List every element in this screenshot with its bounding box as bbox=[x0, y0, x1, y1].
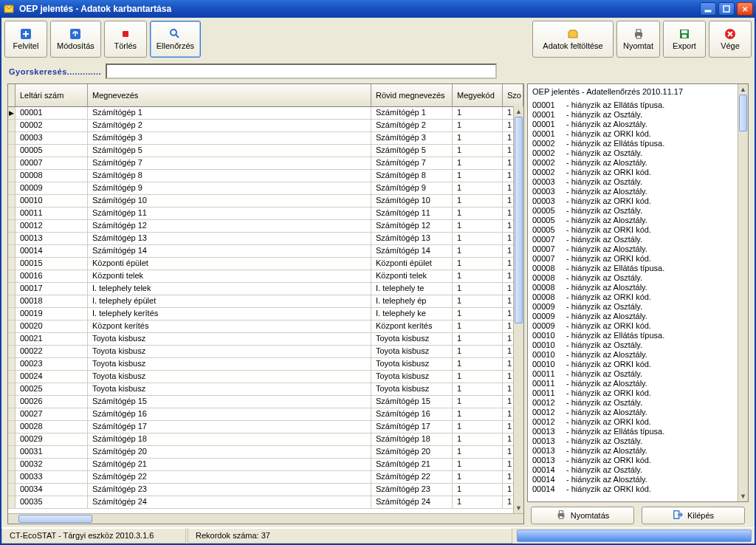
modositas-button[interactable]: Módosítás bbox=[50, 21, 101, 58]
table-row[interactable]: 00011Számítógép 11Számítógép 1111 bbox=[8, 208, 523, 220]
nyomtat-button[interactable]: Nyomtat bbox=[616, 21, 660, 58]
cell-megnevezes: Központ kerítés bbox=[88, 321, 371, 332]
table-row[interactable]: 00025Toyota kisbuszToyota kisbusz11 bbox=[8, 383, 523, 396]
cell-leltari: 00014 bbox=[16, 245, 88, 257]
adatok-feltoltese-label: Adatok feltöltése bbox=[543, 41, 602, 50]
maximize-button[interactable] bbox=[718, 2, 735, 16]
log-vscrollbar[interactable]: ▲ ▼ bbox=[738, 84, 748, 501]
table-row[interactable]: 00026Számítógép 15Számítógép 1511 bbox=[8, 396, 523, 408]
svg-rect-7 bbox=[636, 30, 641, 32]
cell-leltari: 00023 bbox=[16, 358, 88, 370]
row-indicator-icon bbox=[8, 459, 16, 470]
data-grid: Leltári szám Megnevezés Rövid megnevezés… bbox=[7, 83, 524, 524]
col-header-megnevezes[interactable]: Megnevezés bbox=[88, 84, 371, 106]
col-header-szo[interactable]: Szo bbox=[503, 84, 523, 106]
app-icon bbox=[3, 3, 15, 15]
log-line: 00013- hiányzik az Ellátás típusa. bbox=[529, 427, 746, 436]
export-button[interactable]: Export bbox=[663, 21, 706, 58]
col-header-leltari[interactable]: Leltári szám bbox=[16, 84, 88, 106]
scrollbar-down-arrow-icon[interactable]: ▼ bbox=[514, 503, 523, 513]
vege-button[interactable]: Vége bbox=[709, 21, 752, 58]
cell-megyekod: 1 bbox=[453, 270, 503, 282]
table-row[interactable]: 00035Számítógép 24Számítógép 2411 bbox=[8, 496, 523, 509]
table-row[interactable]: 00002Számítógép 2Számítógép 211 bbox=[8, 120, 523, 132]
table-row[interactable]: 00003Számítógép 3Számítógép 311 bbox=[8, 132, 523, 145]
row-indicator-icon bbox=[8, 258, 16, 270]
quicksearch-input[interactable] bbox=[106, 64, 497, 79]
cell-megyekod: 1 bbox=[453, 496, 503, 508]
col-header-rovid[interactable]: Rövid megnevezés bbox=[371, 84, 453, 106]
table-row[interactable]: 00005Számítógép 5Számítógép 511 bbox=[8, 145, 523, 157]
table-row[interactable]: 00024Toyota kisbuszToyota kisbusz11 bbox=[8, 371, 523, 383]
row-indicator-icon bbox=[8, 446, 16, 458]
log-line-id: 00007 bbox=[529, 244, 566, 254]
log-line-id: 00008 bbox=[529, 273, 566, 283]
table-row[interactable]: 00010Számítógép 10Számítógép 1011 bbox=[8, 195, 523, 208]
table-row[interactable]: 00029Számítógép 18Számítógép 1811 bbox=[8, 433, 523, 446]
table-row[interactable]: 00022Toyota kisbuszToyota kisbusz11 bbox=[8, 346, 523, 358]
log-line-id: 00001 bbox=[529, 100, 566, 110]
table-row[interactable]: 00033Számítógép 22Számítógép 2211 bbox=[8, 471, 523, 484]
table-row[interactable]: 00012Számítógép 12Számítógép 1211 bbox=[8, 220, 523, 233]
table-row[interactable]: 00015Központi épületKözponti épület11 bbox=[8, 258, 523, 270]
cell-leltari: 00017 bbox=[16, 283, 88, 295]
table-row[interactable]: 00034Számítógép 23Számítógép 2311 bbox=[8, 484, 523, 496]
cell-rovid: Központi telek bbox=[371, 270, 453, 282]
table-row[interactable]: 00020Központ kerítésKözpont kerítés11 bbox=[8, 321, 523, 333]
felvitel-button[interactable]: Felvitel bbox=[4, 21, 47, 58]
hscrollbar-thumb[interactable] bbox=[18, 515, 92, 523]
log-scroll-thumb[interactable] bbox=[739, 95, 747, 131]
grid-vscrollbar[interactable]: ▲ ▼ bbox=[513, 106, 523, 513]
scrollbar-up-arrow-icon[interactable]: ▲ bbox=[514, 106, 523, 117]
log-scroll-down-icon[interactable]: ▼ bbox=[738, 491, 748, 501]
adatok-feltoltese-button[interactable]: Adatok feltöltése bbox=[532, 21, 614, 58]
table-row[interactable]: 00013Számítógép 13Számítógép 1311 bbox=[8, 233, 523, 245]
log-line-msg: - hiányzik az Alosztály. bbox=[566, 408, 746, 417]
cell-megnevezes: Központi épület bbox=[88, 258, 371, 270]
cell-megnevezes: Számítógép 22 bbox=[88, 471, 371, 483]
table-row[interactable]: 00009Számítógép 9Számítógép 911 bbox=[8, 182, 523, 195]
status-record-count: Rekordok száma: 37 bbox=[188, 528, 512, 544]
table-row[interactable]: 00008Számítógép 8Számítógép 811 bbox=[8, 170, 523, 182]
svg-rect-15 bbox=[559, 516, 563, 519]
log-line: 00007- hiányzik az ORKI kód. bbox=[529, 254, 746, 264]
log-line-id: 00013 bbox=[529, 446, 566, 456]
table-row[interactable]: 00014Számítógép 14Számítógép 1411 bbox=[8, 245, 523, 258]
table-row[interactable]: 00007Számítógép 7Számítógép 711 bbox=[8, 157, 523, 170]
log-line-id: 00008 bbox=[529, 292, 566, 302]
table-row[interactable]: 00019I. telephely kerítésI. telephely ke… bbox=[8, 308, 523, 321]
log-line-id: 00009 bbox=[529, 302, 566, 312]
cell-megyekod: 1 bbox=[453, 433, 503, 445]
torles-button[interactable]: Törlés bbox=[104, 21, 147, 58]
cell-megyekod: 1 bbox=[453, 220, 503, 232]
grid-hscrollbar[interactable] bbox=[8, 513, 523, 524]
table-row[interactable]: 00018I. telephely épületI. telephely ép1… bbox=[8, 295, 523, 308]
cell-megyekod: 1 bbox=[453, 182, 503, 194]
table-row[interactable]: 00031Számítógép 20Számítógép 2011 bbox=[8, 446, 523, 459]
log-print-button[interactable]: Nyomtatás bbox=[531, 507, 634, 524]
log-line-msg: - hiányzik az ORKI kód. bbox=[566, 292, 746, 302]
table-row[interactable]: 00027Számítógép 16Számítógép 1611 bbox=[8, 408, 523, 421]
log-scroll-up-icon[interactable]: ▲ bbox=[738, 84, 748, 95]
table-row[interactable]: 00028Számítógép 17Számítógép 1711 bbox=[8, 421, 523, 433]
minimize-button[interactable] bbox=[700, 2, 716, 16]
close-button[interactable]: ✕ bbox=[737, 2, 753, 16]
cell-megyekod: 1 bbox=[453, 120, 503, 131]
log-line-id: 00011 bbox=[529, 369, 566, 379]
table-row[interactable]: 00016Központi telekKözponti telek11 bbox=[8, 270, 523, 283]
cell-rovid: Számítógép 7 bbox=[371, 157, 453, 169]
table-row[interactable]: ▶00001Számítógép 1Számítógép 111 bbox=[8, 107, 523, 120]
col-header-megyekod[interactable]: Megyekód bbox=[453, 84, 503, 106]
scrollbar-thumb[interactable] bbox=[515, 117, 523, 323]
table-row[interactable]: 00023Toyota kisbuszToyota kisbusz11 bbox=[8, 358, 523, 371]
table-row[interactable]: 00017I. telephely telekI. telephely te11 bbox=[8, 283, 523, 295]
ellenorzes-button[interactable]: Ellenőrzés bbox=[150, 21, 201, 58]
log-line-id: 00009 bbox=[529, 312, 566, 321]
table-row[interactable]: 00032Számítógép 21Számítógép 2111 bbox=[8, 459, 523, 471]
log-header: OEP jelentés - Adatellenőrzés 2010.11.17 bbox=[528, 84, 748, 99]
table-row[interactable]: 00021Toyota kisbuszToyota kisbusz11 bbox=[8, 333, 523, 346]
row-indicator-icon bbox=[8, 157, 16, 169]
log-line: 00003- hiányzik az Osztály. bbox=[529, 177, 746, 187]
log-exit-button[interactable]: Kilépés bbox=[642, 507, 745, 524]
log-line-msg: - hiányzik az Alosztály. bbox=[566, 283, 746, 292]
